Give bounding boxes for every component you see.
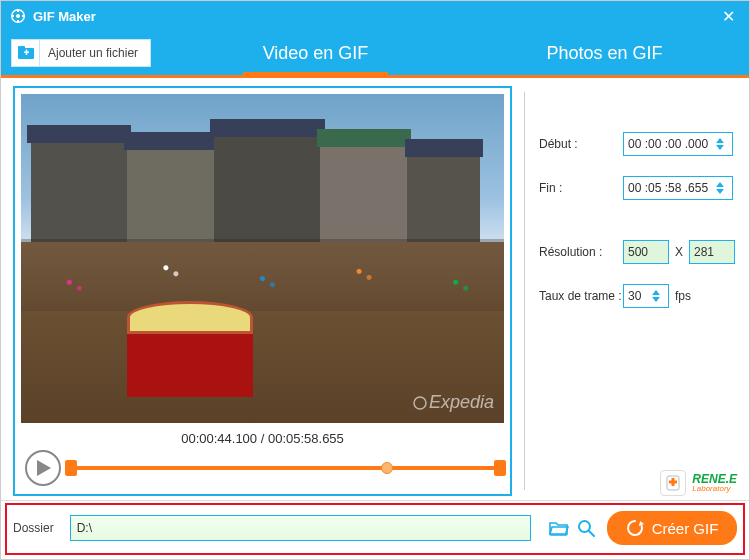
svg-rect-8 [18,46,25,50]
resolution-separator: X [675,245,683,259]
brand-text: RENE.E Laboratory [692,473,737,493]
settings-panel: Début : 00 :00 :00 .000 Fin : 00 :05 :58… [537,86,737,496]
end-label: Fin : [539,181,623,195]
svg-marker-12 [37,460,51,476]
folder-label: Dossier [13,521,54,535]
create-gif-button[interactable]: Créer GIF [607,511,737,545]
add-file-button[interactable]: Ajouter un fichier [11,39,151,67]
tab-photos-to-gif[interactable]: Photos en GIF [460,31,749,75]
trim-start-handle[interactable] [65,460,77,476]
folder-path-input[interactable]: D:\ [70,515,531,541]
setting-start: Début : 00 :00 :00 .000 [539,132,735,156]
preview-panel: Expedia 00:00:44.100 / 00:05:58.655 [13,86,512,496]
add-file-wrap: Ajouter un fichier [1,31,171,75]
timestamps: 00:00:44.100 / 00:05:58.655 [21,423,504,450]
video-preview: Expedia [21,94,504,423]
tab-video-to-gif[interactable]: Video en GIF [171,31,460,75]
svg-point-11 [414,397,426,409]
start-label: Début : [539,137,623,151]
svg-rect-15 [669,481,677,484]
app-window: GIF Maker ✕ Ajouter un fichier Video en … [0,0,750,560]
total-time: 00:05:58.655 [268,431,344,446]
framerate-label: Taux de trame : [539,289,623,303]
close-button[interactable]: ✕ [716,7,741,26]
resolution-width-input[interactable]: 500 [623,240,669,264]
vertical-divider [524,92,525,490]
start-spinner[interactable] [716,138,728,150]
framerate-input[interactable]: 30 [623,284,669,308]
player-controls [21,450,504,488]
trim-end-handle[interactable] [494,460,506,476]
current-time: 00:00:44.100 [181,431,257,446]
app-title: GIF Maker [33,9,716,24]
add-file-label: Ajouter un fichier [40,46,138,60]
video-frame: Expedia [21,94,504,423]
brand-logo-icon [660,470,686,496]
svg-rect-5 [11,15,14,17]
svg-point-2 [16,14,20,18]
play-button[interactable] [25,450,61,486]
resolution-height-input[interactable]: 281 [689,240,735,264]
start-time-input[interactable]: 00 :00 :00 .000 [623,132,733,156]
tabbar: Ajouter un fichier Video en GIF Photos e… [1,31,749,75]
framerate-unit: fps [675,289,691,303]
titlebar: GIF Maker ✕ [1,1,749,31]
search-icon[interactable] [577,519,595,537]
svg-rect-10 [25,50,27,56]
add-file-icon [12,40,40,66]
framerate-spinner[interactable] [652,290,664,302]
trim-slider[interactable] [71,457,500,479]
end-time-input[interactable]: 00 :05 :58 .655 [623,176,733,200]
refresh-icon [626,519,644,537]
app-icon [9,7,27,25]
folder-icons [549,519,595,537]
setting-resolution: Résolution : 500 X 281 [539,240,735,264]
open-folder-icon[interactable] [549,520,569,536]
video-watermark: Expedia [413,392,494,413]
slider-track [71,466,500,470]
resolution-label: Résolution : [539,245,623,259]
setting-end: Fin : 00 :05 :58 .655 [539,176,735,200]
playhead[interactable] [381,462,393,474]
main-content: Expedia 00:00:44.100 / 00:05:58.655 [1,78,749,500]
brand-badge: RENE.E Laboratory [660,470,737,496]
end-spinner[interactable] [716,182,728,194]
svg-rect-4 [17,20,19,23]
svg-rect-3 [17,9,19,12]
footer: Dossier D:\ Créer GIF [1,500,749,559]
svg-rect-6 [22,15,25,17]
setting-framerate: Taux de trame : 30 fps [539,284,735,308]
svg-line-17 [589,531,594,536]
